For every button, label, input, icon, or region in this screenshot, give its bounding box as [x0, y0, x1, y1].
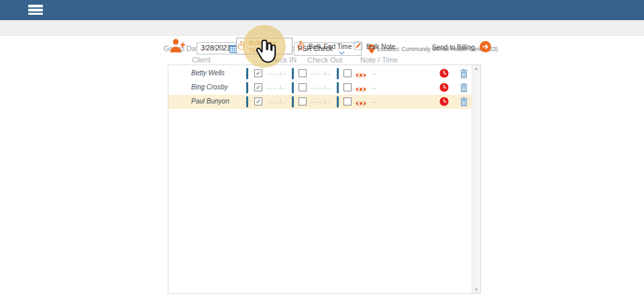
- vertical-scrollbar[interactable]: ▲ ▼: [472, 65, 480, 293]
- bulk-note-button[interactable]: Bulk Note: [354, 41, 395, 52]
- check-in-checkbox[interactable]: ✓: [254, 97, 262, 105]
- column-divider: [246, 82, 248, 93]
- client-name: Bing Crosby: [191, 83, 227, 91]
- time-alert-clock-icon[interactable]: [439, 97, 449, 109]
- stopwatch-icon: [237, 41, 246, 52]
- column-divider: [337, 82, 339, 93]
- note-checkbox[interactable]: [343, 69, 352, 77]
- scroll-down-arrow[interactable]: ▼: [472, 288, 480, 292]
- note-time-text: --: [372, 71, 376, 77]
- scroll-up-arrow[interactable]: ▲: [472, 67, 480, 71]
- note-checkbox[interactable]: [343, 97, 352, 105]
- table-row: Bing Crosby ✓ --:-- /-- --:-- /-- --: [168, 81, 472, 95]
- check-in-checkbox[interactable]: ✓: [254, 69, 262, 77]
- column-header-check-out: Check Out: [307, 56, 342, 64]
- check-out-time: --:-- /--: [311, 85, 330, 91]
- bulk-start-time-label: Bulk Start Time: [249, 39, 292, 54]
- bulk-end-time-button[interactable]: Bulk End Time: [297, 41, 352, 52]
- arrow-right-circle-icon: [480, 41, 491, 54]
- check-out-checkbox[interactable]: [299, 97, 307, 105]
- menu-button[interactable]: Menu: [24, 3, 47, 19]
- send-to-billing-label: Send to Billing: [432, 44, 475, 51]
- column-divider: [337, 68, 339, 79]
- bulk-note-label: Bulk Note: [366, 43, 395, 50]
- time-alert-clock-icon[interactable]: [439, 83, 449, 95]
- check-out-checkbox[interactable]: [299, 83, 307, 91]
- column-header-note-time: Note / Time: [360, 56, 398, 64]
- column-header-check-in: Check IN: [266, 56, 297, 64]
- column-divider: [246, 68, 248, 79]
- column-divider: [337, 96, 339, 108]
- table-rows: Betty Wells ✓ --:-- /-- --:-- /-- -- Bin…: [168, 67, 472, 109]
- check-in-time: --:-- /--: [266, 85, 286, 91]
- note-pencil-icon: [354, 41, 363, 52]
- delete-row-trash-icon[interactable]: [460, 69, 468, 81]
- delete-row-trash-icon[interactable]: [460, 83, 468, 95]
- column-divider: [292, 82, 294, 93]
- add-client-button[interactable]: [169, 38, 186, 56]
- table-row: Betty Wells ✓ --:-- /-- --:-- /-- --: [168, 67, 472, 81]
- time-alert-clock-icon[interactable]: [439, 69, 449, 81]
- note-checkbox[interactable]: [343, 83, 352, 91]
- send-to-billing-button[interactable]: Send to Billing: [432, 41, 491, 54]
- app-header: Menu: [0, 0, 644, 22]
- group-session-page: Menu Group Date: 3/28/2021 Group Type: P…: [0, 0, 644, 297]
- column-header-client: Client: [192, 56, 211, 64]
- column-divider: [292, 96, 294, 108]
- delete-row-trash-icon[interactable]: [460, 97, 468, 110]
- check-in-time: --:-- /--: [266, 71, 286, 77]
- table-row: Paul Bunyon ✓ --:-- /-- --:-- /-- --: [168, 95, 472, 109]
- note-time-text: --: [372, 85, 376, 91]
- column-divider: [292, 68, 294, 79]
- check-in-time: --:-- /--: [266, 99, 286, 105]
- check-in-checkbox[interactable]: ✓: [254, 83, 262, 91]
- bulk-start-time-button[interactable]: Bulk Start Time: [236, 38, 292, 54]
- stopwatch-icon: [297, 41, 305, 52]
- note-time-text: --: [372, 99, 376, 105]
- filter-bar: Group Date: 3/28/2021 Group Type: PSR Ch…: [0, 20, 644, 36]
- column-divider: [246, 96, 248, 108]
- hamburger-icon: [28, 3, 43, 17]
- clients-table-panel: Betty Wells ✓ --:-- /-- --:-- /-- -- Bin…: [168, 65, 481, 294]
- check-out-checkbox[interactable]: [299, 69, 307, 77]
- check-out-time: --:-- /--: [311, 71, 330, 77]
- client-name: Betty Wells: [191, 69, 225, 77]
- view-note-eye-icon[interactable]: [355, 98, 367, 110]
- client-name: Paul Bunyon: [191, 97, 229, 105]
- bulk-end-time-label: Bulk End Time: [309, 43, 352, 50]
- check-out-time: --:-- /--: [311, 99, 330, 105]
